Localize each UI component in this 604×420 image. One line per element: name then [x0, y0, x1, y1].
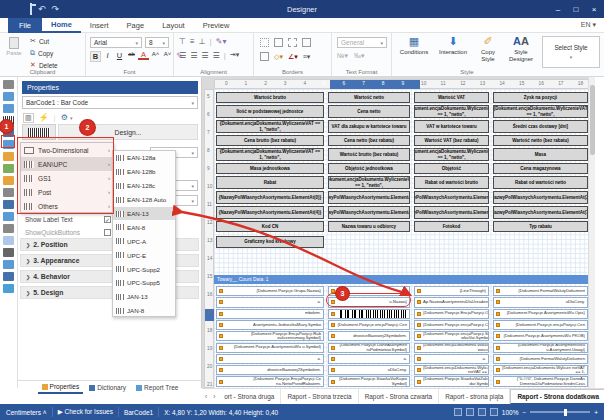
- submenu-item-ean-8[interactable]: EAN-8: [113, 220, 175, 234]
- header-cell[interactable]: Rabat od wartości netto: [493, 176, 588, 189]
- currency-format-icon[interactable]: №▾: [337, 52, 348, 60]
- data-cell[interactable]: mbolem.: [216, 309, 324, 319]
- data-cell[interactable]: {Dokument.Pozycje.AsortymentuWu PKOB}: [493, 331, 588, 341]
- show-label-text-checkbox[interactable]: ✓: [104, 216, 111, 223]
- data-cell[interactable]: {Dokument.Pozycje.AsortymentuWu u.Asorty…: [493, 343, 588, 353]
- header-cell[interactable]: {NazwyPolWlasnychAsortymentu.ElementAt(6…: [414, 206, 489, 219]
- zoom-in-icon[interactable]: +: [594, 409, 598, 416]
- submenu-item-ean-128b[interactable]: EAN-128b: [113, 165, 175, 179]
- text-angle-icon[interactable]: ✎▾: [216, 37, 227, 46]
- scroll-tabs-left-icon[interactable]: ‹: [202, 393, 210, 400]
- data-cell[interactable]: [328, 309, 410, 319]
- data-cell[interactable]: {Dokument.encjaDokumentu.Wylicze nieVAT …: [414, 365, 489, 375]
- conditions-button[interactable]: ▦Conditions: [396, 35, 432, 56]
- header-cell[interactable]: {NazwyPolWlasnychAsortymentu.ElementAt(3…: [493, 191, 588, 204]
- data-cell[interactable]: {Dokument.Pozycje.EncjaPozycji.Rab zalic…: [216, 331, 324, 341]
- header-cell[interactable]: Ilość w podstawowej jednostce: [216, 105, 324, 118]
- header-cell[interactable]: Wartość brutto: [216, 92, 324, 103]
- table-component-icon[interactable]: [3, 200, 14, 209]
- header-cell[interactable]: Objętość jednostkowa: [328, 163, 410, 174]
- barcode-label-cell[interactable]: Graficzny kod kreskowy: [216, 236, 324, 248]
- data-cell[interactable]: {Dokument.Pozycje.EncjaPozycji.Opi: [414, 309, 489, 319]
- sheet-tab-raport-strona-pi-ta[interactable]: Raport - strona piąta: [439, 389, 510, 405]
- header-cell[interactable]: Wartość netto (bez rabatu): [493, 135, 588, 146]
- clone-component-icon[interactable]: [3, 104, 14, 113]
- multi-page-view-icon[interactable]: [466, 408, 474, 416]
- language-selector[interactable]: EN ▾: [581, 21, 596, 29]
- data-cell[interactable]: Asortymentu.JednostkaMiary.Symbo: [216, 320, 324, 330]
- symbol-component-icon[interactable]: [3, 284, 14, 293]
- tab-page[interactable]: Page: [118, 18, 154, 33]
- text-component-icon[interactable]: [3, 212, 14, 221]
- submenu-item-ean-128a[interactable]: EAN-128a: [113, 151, 175, 165]
- header-cell[interactable]: {Dokument.encjaDokumentu.WyliczenieVAT =…: [414, 105, 489, 118]
- header-cell[interactable]: VAT w kartotece towaru: [414, 120, 489, 133]
- data-band-header[interactable]: Towary__ Count Data: 1: [214, 275, 590, 284]
- data-cell[interactable]: {Dokument.Pozycje.EncjaPozycji.Ce na.Net…: [216, 376, 324, 386]
- zip-code-component-icon[interactable]: [3, 188, 14, 197]
- header-cell[interactable]: {Dokument.encjaDokumentu.WyliczenieVAT =…: [216, 120, 324, 133]
- events-icon[interactable]: ⚡: [39, 113, 49, 122]
- tab-preview[interactable]: Preview: [194, 18, 239, 33]
- border-none-icon[interactable]: [288, 38, 297, 47]
- border-top-icon[interactable]: [260, 38, 269, 47]
- font-color-button[interactable]: A: [138, 51, 149, 60]
- zoom-out-icon[interactable]: −: [522, 409, 526, 416]
- panel-component-icon[interactable]: [3, 236, 14, 245]
- header-cell[interactable]: {NazwyPolWlasnychAsortymentu.ElementAt(7…: [493, 206, 588, 219]
- submenu-item-ean-13[interactable]: EAN-13: [113, 207, 175, 221]
- sub-report-component-icon[interactable]: [3, 140, 14, 149]
- line-style-icon[interactable]: ≡▾: [303, 53, 311, 61]
- barcode-object[interactable]: [340, 310, 407, 318]
- header-cell[interactable]: Zysk na pozycji: [493, 92, 588, 103]
- data-cell[interactable]: {Dokument.Pozycje.Grupa.Nazwa}: [216, 286, 324, 296]
- header-cell[interactable]: Typ rabatu: [493, 221, 588, 232]
- border-outside-icon[interactable]: [302, 38, 311, 47]
- italic-button[interactable]: I: [102, 51, 113, 62]
- data-cell[interactable]: {Dokument.Pozycje.encjaPozycji.Sta wkaVa…: [414, 331, 489, 341]
- whole-page-view-icon[interactable]: [490, 408, 498, 416]
- header-cell[interactable]: Średni czas dostawy [dni]: [493, 120, 588, 133]
- sheet-tab-raport-strona-dodatkowa[interactable]: Raport - Strona dodatkowa: [510, 389, 604, 405]
- menu-item-ean-upc[interactable]: EAN\UPC›: [21, 157, 113, 171]
- shrink-font-button[interactable]: A˅: [162, 51, 173, 62]
- header-cell[interactable]: Fotokod: [414, 221, 489, 232]
- sheet-tab-ort-strona-druga[interactable]: ort - Strona druga: [218, 389, 281, 405]
- header-cell[interactable]: {Dokument.encjaDokumentu.WyliczenieVAT =…: [328, 176, 410, 189]
- header-cell[interactable]: {NazwyPolWlasnychAsortymentu.ElementAt(2…: [414, 191, 489, 204]
- tab-file[interactable]: File: [8, 18, 42, 33]
- align-top-icon[interactable]: ⊤: [179, 37, 186, 46]
- fill-color-icon[interactable]: ◇▾: [274, 53, 283, 61]
- border-style-icon[interactable]: [260, 52, 269, 61]
- data-cell[interactable]: a.: [328, 354, 410, 364]
- copy-button[interactable]: ⧉Copy: [30, 48, 58, 58]
- show-quick-buttons-checkbox[interactable]: [104, 229, 111, 236]
- gauge-component-icon[interactable]: [3, 164, 14, 173]
- barcode-preview[interactable]: [22, 124, 56, 140]
- data-cell[interactable]: {"0,##0", Dokument.Pozycje.DaneAs Diment…: [493, 376, 588, 386]
- header-cell[interactable]: {Dokument.encjaDokumentu.WyliczenieVAT =…: [493, 105, 588, 118]
- header-cell[interactable]: Nazwa towaru u odbiorcy: [328, 221, 410, 232]
- pointer-tool-icon[interactable]: [3, 80, 14, 89]
- object-selector-combo[interactable]: BarCode1 : Bar Code▾: [22, 96, 198, 109]
- copy-page-icon[interactable]: [3, 92, 14, 101]
- copy-style-button[interactable]: ✐Copy Style: [474, 35, 502, 62]
- paste-button[interactable]: Paste: [4, 37, 24, 65]
- data-cell[interactable]: dnostceBazowej2Symbolem.: [216, 365, 324, 375]
- data-cell[interactable]: Ap.NazwaAsortymentuDlaUrzadzeni: [414, 297, 489, 307]
- select-style-button[interactable]: Select Style▾: [542, 36, 600, 68]
- submenu-item-upc-e[interactable]: UPC-E: [113, 248, 175, 262]
- submenu-item-upc-a[interactable]: UPC-A: [113, 234, 175, 248]
- header-cell[interactable]: Masa: [493, 148, 588, 161]
- header-cell[interactable]: Cena netto: [328, 105, 410, 118]
- justify-icon[interactable]: ☰: [213, 51, 220, 60]
- single-page-view-icon[interactable]: [454, 408, 462, 416]
- align-bottom-icon[interactable]: ⊥: [199, 37, 206, 46]
- menu-item-post[interactable]: Post›: [21, 185, 113, 199]
- page-width-view-icon[interactable]: [478, 408, 486, 416]
- header-cell[interactable]: Objętość: [414, 163, 489, 174]
- underline-button[interactable]: U: [114, 51, 125, 62]
- header-cell[interactable]: {NazwyPolWlasnychAsortymentu.ElementAt(4…: [216, 206, 324, 219]
- submenu-item-ean-128c[interactable]: EAN-128c: [113, 179, 175, 193]
- data-cell[interactable]: {Dokument.Pozycje.encjaPozycji.Cen: [493, 320, 588, 330]
